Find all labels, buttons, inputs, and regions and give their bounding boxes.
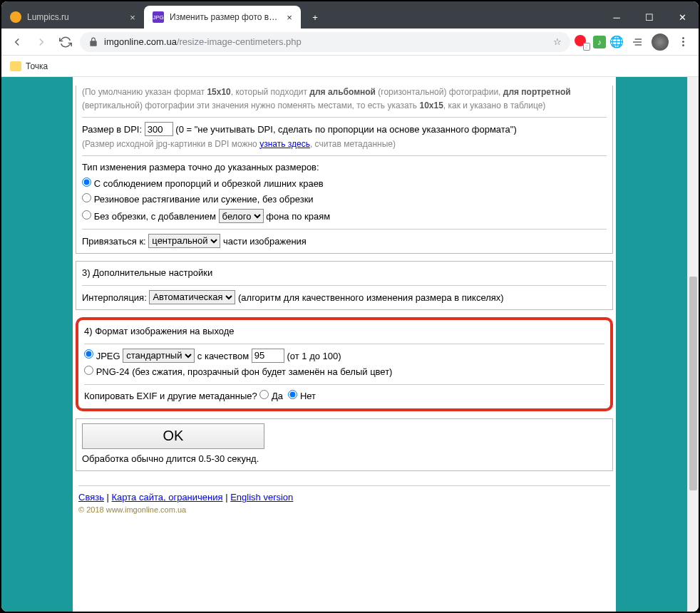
- jpeg-subtype-select[interactable]: стандартный: [123, 349, 195, 363]
- resize-type-stretch[interactable]: [82, 193, 91, 202]
- sitemap-link[interactable]: Карта сайта, ограничения: [112, 492, 223, 503]
- folder-icon: [10, 61, 21, 71]
- back-button[interactable]: [7, 32, 27, 52]
- address-row: imgonline.com.ua/resize-image-centimeter…: [1, 29, 699, 56]
- star-icon[interactable]: ☆: [553, 36, 562, 47]
- bookmark-item[interactable]: Точка: [26, 61, 48, 71]
- minimize-icon[interactable]: ─: [600, 6, 633, 29]
- dpi-learn-link[interactable]: узнать здесь: [259, 139, 310, 149]
- ok-button[interactable]: OK: [82, 423, 264, 449]
- anchor-select[interactable]: центральной: [148, 234, 220, 248]
- dpi-input[interactable]: [145, 122, 173, 136]
- music-ext-icon[interactable]: ♪: [593, 36, 606, 48]
- tab-strip: Lumpics.ru × JPG Изменить размер фото в …: [1, 1, 699, 29]
- interpolation-row: Интерполяция: Автоматическая (алгоритм д…: [82, 290, 607, 305]
- scrollbar-track[interactable]: [687, 77, 699, 612]
- reload-button[interactable]: [56, 32, 76, 52]
- contact-link[interactable]: Связь: [78, 492, 104, 503]
- padding-color-select[interactable]: белого: [219, 209, 264, 223]
- scrollbar-thumb[interactable]: [689, 277, 697, 490]
- close-icon[interactable]: ×: [127, 11, 138, 23]
- bookmarks-bar: Точка: [1, 56, 699, 77]
- opera-ext-icon[interactable]: 2: [575, 35, 589, 49]
- format-jpeg-radio[interactable]: [84, 349, 93, 359]
- section-4-panel: 4) Формат изображения на выходе JPEG ста…: [76, 317, 613, 411]
- processing-note: Обработка обычно длится 0.5-30 секунд.: [82, 452, 607, 467]
- interpolation-select[interactable]: Автоматическая: [149, 290, 235, 304]
- copyright-text: © 2018 www.imgonline.com.ua: [78, 505, 610, 514]
- exif-row: Копировать EXIF и другие метаданные? Да …: [84, 389, 604, 404]
- new-tab-button[interactable]: +: [305, 7, 325, 27]
- resize-type-padding[interactable]: [82, 210, 91, 220]
- exif-yes-radio[interactable]: [259, 390, 269, 399]
- resize-type-label: Тип изменения размера точно до указанных…: [82, 160, 607, 175]
- jpeg-quality-input[interactable]: [252, 349, 284, 363]
- tab-imgonline[interactable]: JPG Изменить размер фото в санти ×: [144, 6, 301, 29]
- section-3-title: 3) Дополнительные настройки: [82, 266, 607, 281]
- resize-type-proportional[interactable]: [82, 177, 91, 187]
- format-note: (По умолчанию указан формат 15x10, котор…: [82, 86, 607, 113]
- viewport: (По умолчанию указан формат 15x10, котор…: [1, 77, 699, 612]
- page-background: (По умолчанию указан формат 15x10, котор…: [1, 77, 687, 612]
- close-window-icon[interactable]: ✕: [666, 6, 699, 29]
- section-2-panel: (По умолчанию указан формат 15x10, котор…: [76, 86, 613, 254]
- favicon-imgonline-icon: JPG: [153, 11, 164, 23]
- english-link[interactable]: English version: [230, 492, 293, 503]
- lock-icon: [88, 37, 98, 47]
- tab-title: Lumpics.ru: [27, 12, 121, 22]
- tab-title: Изменить размер фото в санти: [170, 12, 278, 22]
- address-bar[interactable]: imgonline.com.ua/resize-image-centimeter…: [80, 32, 570, 52]
- globe-ext-icon[interactable]: 🌐: [610, 36, 623, 48]
- footer-links: Связь | Карта сайта, ограничения | Engli…: [78, 485, 610, 503]
- reading-list-icon[interactable]: [627, 32, 647, 52]
- tab-lumpics[interactable]: Lumpics.ru ×: [1, 6, 144, 29]
- url-text: imgonline.com.ua/resize-image-centimeter…: [104, 36, 547, 47]
- maximize-icon[interactable]: ☐: [633, 6, 666, 29]
- forward-button[interactable]: [31, 32, 51, 52]
- exif-no-radio[interactable]: [288, 390, 297, 399]
- favicon-lumpics-icon: [10, 11, 21, 23]
- menu-button[interactable]: [673, 32, 693, 52]
- section-4-title: 4) Формат изображения на выходе: [84, 324, 604, 339]
- submit-panel: OK Обработка обычно длится 0.5-30 секунд…: [76, 418, 613, 472]
- close-icon[interactable]: ×: [284, 11, 295, 23]
- page-content: (По умолчанию указан формат 15x10, котор…: [73, 77, 616, 612]
- anchor-row: Привязаться к: центральной части изображ…: [82, 234, 607, 249]
- browser-titlebar: Lumpics.ru × JPG Изменить размер фото в …: [1, 1, 699, 56]
- section-3-panel: 3) Дополнительные настройки Интерполяция…: [76, 261, 613, 310]
- dpi-subnote: (Размер исходной jpg-картинки в DPI можн…: [82, 138, 607, 151]
- format-png-radio[interactable]: [84, 366, 93, 375]
- dpi-row: Размер в DPI: (0 = "не учитывать DPI, сд…: [82, 122, 607, 137]
- profile-avatar[interactable]: [652, 34, 669, 51]
